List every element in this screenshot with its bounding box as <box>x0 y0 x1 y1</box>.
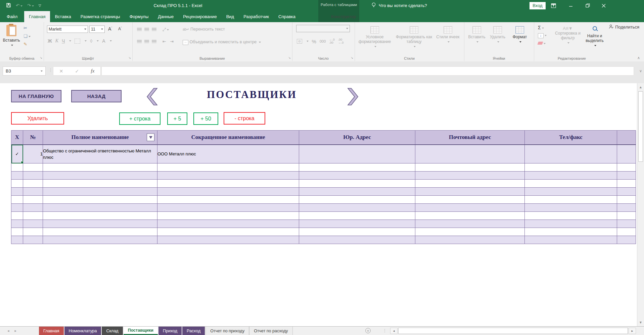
empty-cell[interactable] <box>415 196 525 204</box>
hscroll-left-icon[interactable]: ◂ <box>390 328 398 334</box>
sheet-tab-главная[interactable]: Главная <box>39 327 64 335</box>
empty-cell[interactable] <box>299 212 415 220</box>
empty-cell[interactable] <box>299 172 415 180</box>
add-fifty-button[interactable]: + 50 <box>193 112 218 125</box>
close-button[interactable] <box>596 0 611 11</box>
add-five-button[interactable]: + 5 <box>167 112 187 125</box>
fill-button[interactable]: ↓ <box>538 33 547 38</box>
tab-page-layout[interactable]: Разметка страницы <box>76 11 125 22</box>
tab-home[interactable]: Главная <box>24 11 50 22</box>
empty-cell[interactable] <box>415 172 525 180</box>
increase-decimal-icon[interactable]: ←.0.00 <box>329 38 335 44</box>
vertical-scroll-thumb[interactable] <box>638 91 643 162</box>
empty-cell[interactable] <box>617 188 636 196</box>
increase-font-icon[interactable]: Аˆ <box>108 26 112 32</box>
vertical-scrollbar[interactable]: ▲ ▼ <box>637 83 644 326</box>
number-format-combo[interactable] <box>296 25 350 32</box>
empty-cell[interactable] <box>23 163 43 172</box>
header-num[interactable]: № <box>23 131 43 145</box>
delete-button[interactable]: Удалить <box>11 112 64 125</box>
fill-color-icon[interactable]: ◊ <box>90 38 92 44</box>
empty-cell[interactable] <box>617 172 636 180</box>
empty-cell[interactable] <box>23 228 43 236</box>
align-left-icon[interactable] <box>137 40 142 43</box>
comma-style-button[interactable]: 000 <box>320 39 326 43</box>
prev-page-chevron[interactable] <box>145 88 161 106</box>
borders-icon[interactable] <box>75 39 80 44</box>
namebox-splitter[interactable]: ⋮ <box>48 67 53 73</box>
empty-cell[interactable] <box>617 196 636 204</box>
empty-cell[interactable] <box>617 228 636 236</box>
empty-cell[interactable] <box>299 220 415 228</box>
underline-dropdown[interactable] <box>69 40 71 42</box>
header-postal-address[interactable]: Почтовый адрес <box>415 131 525 145</box>
empty-cell[interactable] <box>157 204 299 212</box>
empty-cell[interactable] <box>617 236 636 244</box>
align-bottom-icon[interactable] <box>152 28 156 31</box>
empty-cell[interactable] <box>11 188 23 196</box>
empty-cell[interactable] <box>43 188 157 196</box>
empty-cell[interactable] <box>299 204 415 212</box>
empty-cell[interactable] <box>11 212 23 220</box>
format-cells-button[interactable]: Формат <box>509 26 531 44</box>
filter-button[interactable] <box>147 134 154 141</box>
merge-center-button[interactable]: ⇔ Объединить и поместить в центре <box>183 40 261 45</box>
restore-button[interactable] <box>580 0 595 11</box>
empty-cell[interactable] <box>23 196 43 204</box>
font-dialog-launcher[interactable]: ↘ <box>128 56 131 59</box>
empty-cell[interactable] <box>11 196 23 204</box>
next-sheet-icon[interactable]: ▸ <box>15 329 17 333</box>
sign-in-button[interactable]: Вход <box>530 2 546 9</box>
empty-cell[interactable] <box>415 204 525 212</box>
empty-cell[interactable] <box>525 204 617 212</box>
orientation-icon[interactable]: ⤢ <box>163 27 166 32</box>
empty-cell[interactable] <box>23 220 43 228</box>
empty-cell[interactable] <box>43 220 157 228</box>
empty-cell[interactable] <box>299 180 415 188</box>
align-top-icon[interactable] <box>137 28 142 31</box>
empty-cell[interactable] <box>299 163 415 172</box>
empty-cell[interactable] <box>617 212 636 220</box>
tab-insert[interactable]: Вставка <box>50 11 76 22</box>
header-legal-address[interactable]: Юр. Адрес <box>299 131 415 145</box>
home-button[interactable]: НА ГЛАВНУЮ <box>11 90 61 102</box>
tab-view[interactable]: Вид <box>222 11 239 22</box>
hscroll-right-icon[interactable]: ▸ <box>629 328 636 334</box>
header-phone-fax[interactable]: Тел/факс <box>525 131 617 145</box>
empty-cell[interactable] <box>617 204 636 212</box>
find-select-button[interactable]: Найти и выделить <box>583 26 606 48</box>
tab-review[interactable]: Рецензирование <box>178 11 221 22</box>
header-full-name[interactable]: Полное наименование <box>43 131 157 145</box>
decrease-font-icon[interactable]: Аˇ <box>118 26 122 31</box>
remove-row-button[interactable]: - строка <box>224 112 265 125</box>
add-row-button[interactable]: + строка <box>119 112 160 125</box>
empty-cell[interactable] <box>23 172 43 180</box>
tab-design-contextual[interactable]: Конструктор <box>318 11 369 22</box>
new-sheet-icon[interactable]: + <box>365 328 371 333</box>
empty-cell[interactable] <box>617 163 636 172</box>
tab-data[interactable]: Данные <box>153 11 178 22</box>
empty-cell[interactable] <box>525 220 617 228</box>
empty-cell[interactable] <box>157 236 299 244</box>
scroll-down-icon[interactable]: ▼ <box>638 321 643 324</box>
bold-button[interactable]: Ж <box>48 38 52 44</box>
supplier-cell[interactable]: ООО Металл плюс <box>157 145 299 163</box>
empty-cell[interactable] <box>525 236 617 244</box>
align-center-icon[interactable] <box>144 40 149 43</box>
supplier-cell[interactable] <box>617 145 636 163</box>
empty-cell[interactable] <box>23 180 43 188</box>
supplier-cell[interactable] <box>299 145 415 163</box>
fill-handle[interactable] <box>21 161 23 163</box>
formula-input[interactable] <box>101 66 634 76</box>
empty-cell[interactable] <box>157 212 299 220</box>
empty-cell[interactable] <box>617 220 636 228</box>
empty-cell[interactable] <box>525 163 617 172</box>
empty-cell[interactable] <box>525 172 617 180</box>
empty-cell[interactable] <box>43 228 157 236</box>
empty-cell[interactable] <box>415 236 525 244</box>
empty-cell[interactable] <box>415 220 525 228</box>
empty-cell[interactable] <box>43 236 157 244</box>
empty-cell[interactable] <box>617 180 636 188</box>
collapse-ribbon-icon[interactable]: ∧ <box>637 56 640 60</box>
header-short-name[interactable]: Сокращенное наименование <box>157 131 299 145</box>
